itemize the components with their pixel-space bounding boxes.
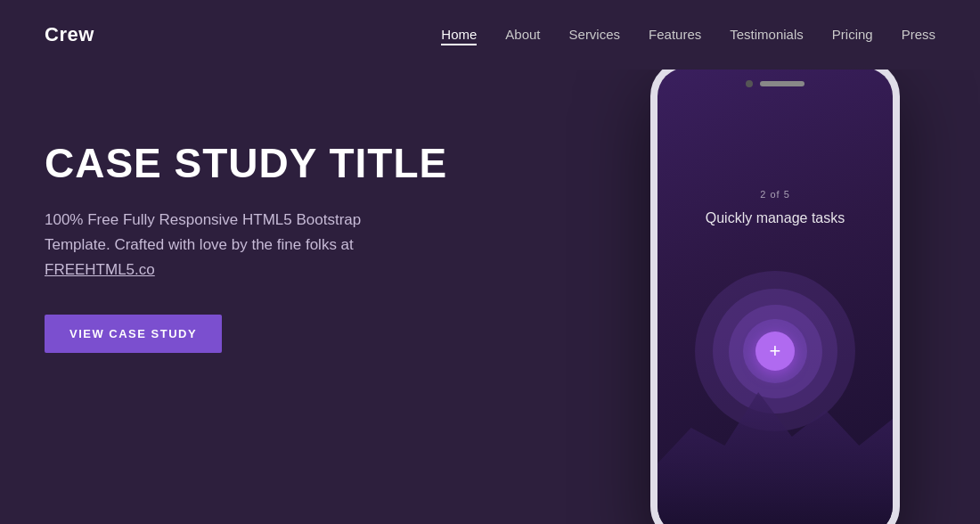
brand-logo[interactable]: Crew (45, 23, 94, 46)
phone-top-bar (746, 80, 804, 87)
hero-desc-line1: 100% Free Fully Responsive HTML5 Bootstr… (45, 211, 361, 228)
nav-link-home[interactable]: Home (441, 27, 477, 45)
svg-marker-0 (657, 392, 893, 524)
screen-counter: 2 of 5 (760, 189, 790, 200)
nav-item-about[interactable]: About (505, 27, 540, 43)
phone-camera (746, 80, 753, 87)
nav-link-testimonials[interactable]: Testimonials (730, 27, 804, 42)
nav-item-pricing[interactable]: Pricing (832, 27, 873, 43)
screen-title: Quickly manage tasks (706, 210, 845, 226)
hero-description: 100% Free Fully Responsive HTML5 Bootstr… (45, 208, 447, 282)
hero-desc-line2: Template. Crafted with love by the fine … (45, 236, 354, 253)
nav-link-about[interactable]: About (505, 27, 540, 42)
nav-item-testimonials[interactable]: Testimonials (730, 27, 804, 43)
phone-screen: 2 of 5 Quickly manage tasks + (657, 70, 893, 524)
hero-desc-link[interactable]: FREEHTML5.co (45, 261, 155, 278)
hero-content: CASE STUDY TITLE 100% Free Fully Respons… (45, 123, 447, 353)
cta-button[interactable]: VIEW CASE STUDY (45, 315, 222, 353)
nav-link-services[interactable]: Services (569, 27, 621, 42)
nav-item-press[interactable]: Press (902, 27, 935, 43)
phone-speaker (760, 81, 804, 86)
phone-frame: 2 of 5 Quickly manage tasks + (650, 70, 900, 524)
nav-link-features[interactable]: Features (649, 27, 701, 42)
mountain-svg (657, 356, 893, 524)
navbar: Crew Home About Services Features Testim… (0, 0, 980, 70)
phone-mockup: 2 of 5 Quickly manage tasks + (650, 70, 935, 524)
hero-title: CASE STUDY TITLE (45, 141, 447, 186)
nav-link-pricing[interactable]: Pricing (832, 27, 873, 42)
hero-section: CASE STUDY TITLE 100% Free Fully Respons… (0, 70, 980, 524)
nav-links: Home About Services Features Testimonial… (441, 27, 935, 43)
nav-item-features[interactable]: Features (649, 27, 701, 43)
nav-item-home[interactable]: Home (441, 27, 477, 43)
nav-link-press[interactable]: Press (902, 27, 935, 42)
nav-item-services[interactable]: Services (569, 27, 621, 43)
mountain-background (657, 356, 893, 524)
plus-button[interactable]: + (755, 332, 795, 371)
